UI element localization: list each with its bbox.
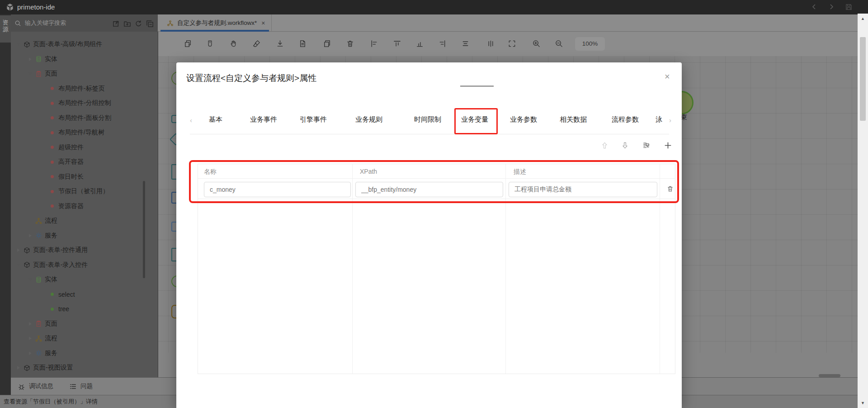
collapse-all-icon[interactable] [146,19,153,27]
xpath-field[interactable] [355,182,503,197]
move-up-icon[interactable] [600,141,609,150]
tree-item-label: 高开容器 [58,158,84,166]
align-right-icon[interactable] [438,39,447,48]
search-input[interactable]: 输入关键字搜索 [25,19,112,27]
dialog-tab-2[interactable]: 引擎事件 [300,115,327,124]
nav-back-icon[interactable] [811,3,818,11]
dialog-tab-1[interactable]: 业务事件 [250,115,277,124]
dialog-tab-6[interactable]: 业务参数 [510,115,537,124]
trash-icon[interactable] [346,39,354,48]
dialog-close-icon[interactable]: × [665,71,670,82]
process-properties-dialog: 设置流程<自定义参与者规则>属性 × ‹ › 基本业务事件引擎事件业务规则时间限… [176,62,682,408]
expander-icon[interactable] [15,43,22,46]
scrollbar-thumb[interactable] [860,37,866,121]
tree-item[interactable]: 服务 [11,346,158,361]
mouse-icon[interactable] [206,39,214,48]
database-icon [33,276,43,284]
tree-item-label: select [58,291,75,298]
zoom-out-icon[interactable] [555,39,563,48]
dialog-tab-7[interactable]: 相关数据 [560,115,587,124]
tree-item[interactable]: tree [11,302,158,317]
bar-chart-icon[interactable] [415,39,424,48]
export-icon[interactable] [112,19,119,27]
expander-icon[interactable] [27,351,33,355]
expander-icon[interactable] [27,234,33,237]
tree-item[interactable]: 页面-视图设置 [11,361,158,375]
tree-item[interactable]: 页面 [11,66,158,81]
expand-icon[interactable] [508,39,516,48]
zoom-in-icon[interactable] [532,39,541,48]
tree-item[interactable]: 布局控件-分组控制 [11,96,158,111]
duplicate-icon[interactable] [323,39,331,48]
tree-item[interactable]: 节假日（被引用） [11,184,158,199]
tree-item[interactable]: 页面-表单-录入控件 [11,258,158,273]
tree-item[interactable]: 实体 [11,52,158,67]
bullet-icon [51,308,54,311]
structure-icon[interactable] [642,141,651,150]
save-icon[interactable] [845,3,853,11]
hand-icon[interactable] [229,39,238,48]
add-icon[interactable] [664,141,672,150]
distribute-v-icon[interactable] [486,39,495,48]
name-field[interactable] [204,182,351,197]
align-top-icon[interactable] [393,39,401,48]
tabs-scroll-right-icon[interactable]: › [669,116,671,124]
tree-item[interactable]: 布局控件-面板分割 [11,111,158,126]
scroll-down-icon[interactable]: ▼ [858,401,868,405]
expander-icon[interactable] [27,278,33,281]
expander-icon[interactable] [15,366,22,370]
scroll-up-icon[interactable]: ▲ [858,16,868,21]
dialog-tab-9[interactable]: 泳 [656,115,662,124]
expander-icon[interactable] [27,322,33,326]
distribute-h-icon[interactable] [461,39,470,48]
tree-item[interactable]: 资源容器 [11,199,158,214]
tree-item[interactable]: 布局控件/导航树 [11,125,158,140]
dialog-tab-0[interactable]: 基本 [209,115,222,124]
dialog-tab-3[interactable]: 业务规则 [355,115,382,124]
copy-icon[interactable] [184,39,192,48]
dialog-tab-8[interactable]: 流程参数 [612,115,639,124]
tree-item[interactable]: select [11,287,158,302]
tree-item[interactable]: 实体 [11,272,158,287]
tree-item[interactable]: 高开容器 [11,155,158,170]
move-down-icon[interactable] [621,141,629,150]
align-left-icon[interactable] [370,39,378,48]
desc-field[interactable] [509,182,657,197]
sidebar-scrollbar-thumb[interactable] [143,181,145,278]
canvas-hscrollbar-thumb[interactable] [819,374,840,377]
active-dialog-tab-indicator [460,85,494,87]
nav-forward-icon[interactable] [828,3,835,11]
tree-item[interactable]: 页面-表单-高级/布局组件 [11,37,158,52]
tree-item[interactable]: 布局控件-标签页 [11,81,158,96]
file-icon[interactable] [298,39,307,48]
zoom-level-button[interactable]: 100% [575,37,605,51]
panel-tab-debug[interactable]: 调试信息 [17,382,53,391]
tab-close-icon[interactable]: × [261,19,265,27]
expander-icon[interactable] [15,248,22,252]
tree-item[interactable]: 假日时长 [11,170,158,185]
tree-item[interactable]: 流程 [11,213,158,228]
dialog-tab-5-active[interactable]: 业务变量 [461,115,488,124]
delete-row-icon[interactable] [666,185,674,193]
tabs-scroll-left-icon[interactable]: ‹ [190,116,192,124]
download-icon[interactable] [276,39,284,48]
page-scrollbar[interactable]: ▲ ▼ [858,14,868,408]
refresh-icon[interactable] [134,19,142,27]
activity-tab-resources[interactable]: 资源 [0,15,11,43]
tree-item[interactable]: 页面 [11,317,158,332]
broom-icon[interactable] [252,39,261,48]
editor-toolbar: 100% [158,32,858,56]
dialog-tab-4[interactable]: 时间限制 [414,115,441,124]
folder-add-icon[interactable] [123,19,131,27]
tree-item[interactable]: 服务 [11,228,158,243]
expander-icon[interactable] [27,72,33,75]
tree-item[interactable]: 超级控件 [11,140,158,155]
panel-tab-issues[interactable]: 问题 [69,382,93,391]
expander-icon[interactable] [15,264,22,266]
page-icon [33,70,43,78]
expander-icon[interactable] [27,337,33,340]
tree-item[interactable]: 页面-表单-控件通用 [11,243,158,258]
file-tab-workflowx[interactable]: 自定义参与者规则.workflowx* × [160,14,272,32]
tree-item[interactable]: 流程 [11,331,158,346]
expander-icon[interactable] [27,57,33,61]
